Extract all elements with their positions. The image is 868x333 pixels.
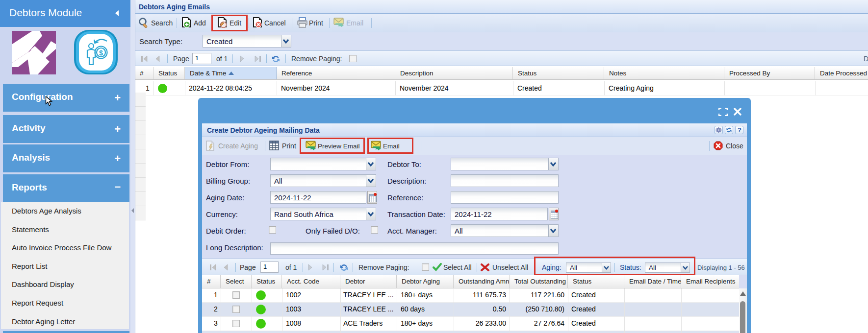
svg-text:$: $	[99, 49, 103, 57]
